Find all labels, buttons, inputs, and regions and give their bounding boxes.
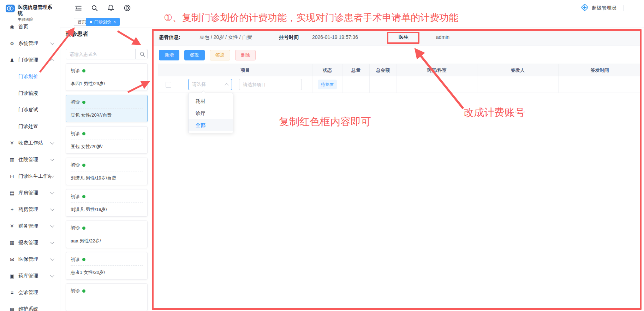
- search-button[interactable]: [135, 49, 149, 59]
- chevron-up-icon: [50, 59, 54, 63]
- sidebar-item-warehouse[interactable]: ▤库房管理: [0, 184, 60, 201]
- reg-time-label: 挂号时间: [279, 34, 299, 41]
- item-search-input[interactable]: [239, 79, 302, 90]
- user-name: 超级管理员: [592, 5, 616, 11]
- table-row: 请选择待签发: [158, 76, 641, 93]
- table-cell: [342, 76, 370, 93]
- sidebar-item-finance[interactable]: ¥财务管理: [0, 218, 60, 234]
- sidebar-item-outpatient[interactable]: ♟门诊管理: [0, 52, 60, 68]
- document-icon: ▤: [8, 190, 16, 196]
- patient-search-input[interactable]: [66, 49, 135, 59]
- status-dot: [82, 195, 85, 198]
- sidebar-item-mz-dispose[interactable]: 门诊处置: [0, 118, 60, 135]
- dropdown-option[interactable]: 全部: [189, 119, 233, 131]
- sidebar-item-label: 系统管理: [18, 40, 51, 47]
- chart-icon: ▥: [8, 157, 16, 163]
- sidebar-item-inpatient[interactable]: ▥住院管理: [0, 151, 60, 168]
- app-title: 医院信息管理系统: [18, 4, 56, 16]
- bullseye-icon[interactable]: [124, 5, 131, 12]
- sidebar-item-label: 门诊管理: [18, 57, 51, 63]
- status-dot: [82, 164, 85, 167]
- gear-icon: ⚙: [8, 41, 16, 46]
- close-icon[interactable]: ×: [113, 20, 116, 24]
- visit-type-label: 初诊: [71, 162, 80, 168]
- sidebar-item-label: 门诊划价: [18, 74, 54, 80]
- sidebar-item-drugstore[interactable]: ▣药库管理: [0, 268, 60, 284]
- sidebar-item-insurance[interactable]: ✉医保管理: [0, 251, 60, 268]
- envelope-icon: ✉: [8, 257, 16, 262]
- status-dot: [82, 227, 85, 230]
- checkout-button[interactable]: 签退: [210, 50, 230, 60]
- patient-info: 患者1 女性/20岁/: [71, 269, 105, 276]
- status-badge: 待签发: [318, 80, 337, 89]
- sidebar-item-label: 会诊管理: [18, 289, 54, 296]
- table-cell: [477, 76, 559, 93]
- add-button[interactable]: 新增: [159, 50, 179, 60]
- sidebar-item-label: 门诊医生工作站: [18, 173, 51, 180]
- patient-card[interactable]: 初诊患者1 女性/20岁/: [66, 252, 148, 280]
- sidebar-item-charge[interactable]: ¥收费工作站: [0, 135, 60, 151]
- search-icon[interactable]: [91, 5, 98, 12]
- column-header: 药房/科室: [396, 64, 477, 76]
- patient-info-label: 患者信息:: [159, 34, 180, 41]
- sidebar-item-pharmacy[interactable]: ＋药房管理: [0, 201, 60, 218]
- row-checkbox[interactable]: [166, 82, 171, 88]
- sidebar-item-report[interactable]: ▦报表管理: [0, 234, 60, 251]
- doctor-label: 医生: [388, 34, 419, 41]
- collapse-menu-icon[interactable]: [75, 5, 82, 12]
- patient-info: 豆包 女性/20岁/自费: [71, 112, 112, 118]
- column-header: 签发时间: [559, 64, 641, 76]
- patient-card[interactable]: 初诊豆包 女性/20岁/: [66, 126, 148, 154]
- card-divider: [71, 108, 143, 108]
- sidebar-item-maintain[interactable]: ▩维护系统: [0, 301, 60, 311]
- visit-type-label: 初诊: [71, 225, 80, 231]
- tab-outpatient-pricing[interactable]: 门诊划价 ×: [86, 18, 120, 26]
- bell-icon[interactable]: [107, 5, 114, 12]
- table-cell: [396, 76, 477, 93]
- sidebar-item-label: 医保管理: [18, 256, 51, 263]
- user-menu[interactable]: 超级管理员: [580, 0, 624, 16]
- sidebar-item-system[interactable]: ⚙系统管理: [0, 35, 60, 52]
- image-icon: ▣: [8, 273, 16, 279]
- sidebar-item-label: 住院管理: [18, 157, 51, 163]
- patient-card[interactable]: 初诊: [66, 283, 148, 311]
- items-table: 项目状态总量总金额药房/科室签发人签发时间 请选择待签发: [158, 64, 641, 93]
- patient-visit-type: 初诊: [71, 288, 85, 294]
- sidebar-item-label: 药库管理: [18, 273, 51, 279]
- dropdown-option[interactable]: 耗材: [189, 95, 233, 107]
- sidebar-item-consult[interactable]: ≡会诊管理: [0, 284, 60, 301]
- sidebar-item-label: 收费工作站: [18, 140, 51, 146]
- patient-visit-type: 初诊: [71, 256, 85, 263]
- dropdown-option[interactable]: 诊疗: [189, 107, 233, 119]
- sidebar-item-label: 财务管理: [18, 223, 51, 229]
- sidebar-item-mz-infusion[interactable]: 门诊输液: [0, 85, 60, 101]
- card-divider: [71, 234, 143, 234]
- visit-type-label: 初诊: [71, 99, 80, 105]
- patient-card[interactable]: 初诊李四1 男性/23岁/: [66, 63, 148, 91]
- sidebar-item-mz-skintest[interactable]: 门诊皮试: [0, 101, 60, 118]
- chevron-down-icon: [50, 190, 54, 194]
- sidebar-item-home[interactable]: ◉首页: [0, 18, 60, 35]
- delete-button[interactable]: 删除: [235, 50, 256, 60]
- chevron-down-icon: [50, 240, 54, 244]
- patient-list: 初诊李四1 男性/23岁/初诊豆包 女性/20岁/自费初诊豆包 女性/20岁/初…: [66, 63, 148, 311]
- issue-button[interactable]: 签发: [184, 50, 205, 60]
- chevron-down-icon: [50, 140, 54, 144]
- chevron-down-icon: [50, 257, 54, 260]
- column-header: 签发人: [477, 64, 559, 76]
- patient-card[interactable]: 初诊豆包 女性/20岁/自费: [66, 95, 148, 122]
- sidebar-item-mz-pricing[interactable]: 门诊划价: [0, 68, 60, 85]
- toolbar: 新增签发签退删除: [159, 50, 256, 60]
- patient-card[interactable]: 初诊刘潇凡 男性/19岁/: [66, 189, 148, 217]
- patient-card[interactable]: 初诊aaa 男性/22岁/: [66, 221, 148, 248]
- table-cell: [559, 76, 641, 93]
- chevron-down-icon: [50, 207, 54, 211]
- search-icon: [140, 52, 145, 57]
- sidebar-item-doctor-ws[interactable]: ⊡门诊医生工作站: [0, 168, 60, 184]
- type-select[interactable]: 请选择: [188, 79, 232, 90]
- patient-card[interactable]: 初诊刘潇凡 男性/19岁/自费: [66, 158, 148, 185]
- medical-diamond-icon: [580, 3, 589, 13]
- status-dot: [82, 69, 85, 72]
- patient-info: aaa 男性/22岁/: [71, 238, 101, 244]
- patient-visit-type: 初诊: [71, 225, 85, 231]
